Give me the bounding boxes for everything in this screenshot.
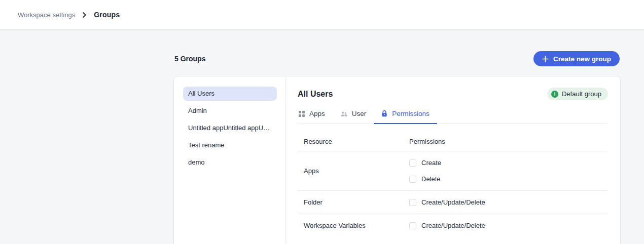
group-title: All Users	[298, 90, 333, 99]
permission-item-create: Create	[409, 159, 441, 167]
table-row-apps: Apps Create Delete	[298, 151, 608, 191]
table-row-workspace-variables: Workspace Variables Create/Update/Delete	[298, 214, 608, 237]
resource-label-folder: Folder	[304, 198, 409, 206]
group-detail-panel: All Users i Default group Apps User	[285, 76, 620, 244]
permission-label-create: Create	[421, 159, 441, 167]
default-group-badge: i Default group	[547, 88, 608, 100]
grid-icon	[299, 111, 305, 117]
tab-permissions-label: Permissions	[392, 110, 430, 117]
tab-user[interactable]: User	[333, 109, 374, 124]
group-item-untitled-app[interactable]: Untitled appUntitled appUntitle…	[183, 121, 277, 135]
tab-user-label: User	[352, 110, 367, 117]
permission-label-delete: Delete	[421, 175, 441, 183]
group-item-demo[interactable]: demo	[183, 155, 277, 170]
groups-card: All Users Admin Untitled appUntitled app…	[173, 76, 621, 244]
breadcrumb-current: Groups	[94, 11, 120, 19]
breadcrumb-parent-link[interactable]: Workspace settings	[18, 11, 75, 19]
info-icon: i	[551, 91, 558, 98]
detail-tabs: Apps User Permissions	[298, 109, 608, 124]
tab-permissions[interactable]: Permissions	[374, 109, 437, 124]
permissions-table-header: Resource Permissions	[298, 125, 608, 151]
tab-apps[interactable]: Apps	[298, 109, 333, 124]
permissions-group-workspace-variables: Create/Update/Delete	[409, 222, 485, 229]
top-header: Workspace settings Groups	[0, 0, 644, 30]
permissions-table: Resource Permissions Apps Create Delete	[298, 125, 608, 237]
column-header-permissions: Permissions	[409, 138, 445, 145]
default-group-badge-label: Default group	[562, 90, 601, 98]
permissions-group-apps: Create Delete	[409, 159, 441, 183]
groups-count-label: 5 Groups	[174, 55, 205, 63]
tab-apps-label: Apps	[309, 110, 325, 117]
permission-label-folder-cud: Create/Update/Delete	[421, 198, 485, 206]
group-item-all-users[interactable]: All Users	[183, 87, 277, 101]
permission-item-folder-cud: Create/Update/Delete	[409, 198, 485, 206]
group-list: All Users Admin Untitled appUntitled app…	[174, 76, 285, 244]
lock-icon	[381, 110, 387, 117]
group-detail-header: All Users i Default group	[298, 88, 608, 100]
group-item-admin[interactable]: Admin	[183, 104, 277, 118]
checkbox-apps-delete[interactable]	[409, 176, 416, 183]
checkbox-workspace-variables-cud[interactable]	[409, 222, 416, 229]
users-icon	[340, 111, 347, 117]
resource-label-workspace-variables: Workspace Variables	[304, 222, 409, 229]
permissions-group-folder: Create/Update/Delete	[409, 198, 485, 206]
permission-item-delete: Delete	[409, 175, 441, 183]
chevron-right-icon	[82, 12, 87, 18]
checkbox-apps-create[interactable]	[409, 159, 416, 167]
resource-label-apps: Apps	[304, 167, 409, 175]
group-item-test-rename[interactable]: Test rename	[183, 138, 277, 152]
checkbox-folder-cud[interactable]	[409, 199, 416, 206]
table-row-folder: Folder Create/Update/Delete	[298, 191, 608, 214]
column-header-resource: Resource	[304, 138, 409, 145]
create-new-group-button[interactable]: Create new group	[533, 51, 620, 66]
plus-icon	[542, 56, 549, 62]
create-new-group-button-label: Create new group	[553, 55, 611, 63]
permission-label-wv-cud: Create/Update/Delete	[421, 222, 485, 229]
permission-item-wv-cud: Create/Update/Delete	[409, 222, 485, 229]
